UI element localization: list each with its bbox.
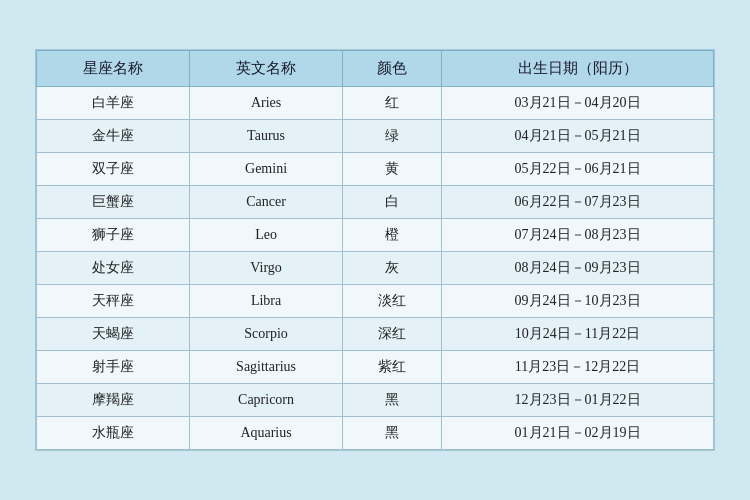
cell-color: 淡红 <box>343 285 442 318</box>
zodiac-table-container: 星座名称 英文名称 颜色 出生日期（阳历） 白羊座Aries红03月21日－04… <box>35 49 715 451</box>
cell-color: 绿 <box>343 120 442 153</box>
table-row: 摩羯座Capricorn黑12月23日－01月22日 <box>37 384 714 417</box>
cell-chinese: 摩羯座 <box>37 384 190 417</box>
cell-english: Sagittarius <box>190 351 343 384</box>
table-row: 水瓶座Aquarius黑01月21日－02月19日 <box>37 417 714 450</box>
cell-date: 06月22日－07月23日 <box>442 186 714 219</box>
table-row: 射手座Sagittarius紫红11月23日－12月22日 <box>37 351 714 384</box>
cell-date: 08月24日－09月23日 <box>442 252 714 285</box>
cell-date: 12月23日－01月22日 <box>442 384 714 417</box>
cell-color: 黄 <box>343 153 442 186</box>
table-row: 巨蟹座Cancer白06月22日－07月23日 <box>37 186 714 219</box>
cell-chinese: 白羊座 <box>37 87 190 120</box>
cell-date: 04月21日－05月21日 <box>442 120 714 153</box>
cell-english: Aquarius <box>190 417 343 450</box>
table-row: 天秤座Libra淡红09月24日－10月23日 <box>37 285 714 318</box>
table-row: 金牛座Taurus绿04月21日－05月21日 <box>37 120 714 153</box>
cell-date: 05月22日－06月21日 <box>442 153 714 186</box>
cell-chinese: 天蝎座 <box>37 318 190 351</box>
cell-chinese: 金牛座 <box>37 120 190 153</box>
cell-date: 03月21日－04月20日 <box>442 87 714 120</box>
cell-english: Gemini <box>190 153 343 186</box>
cell-english: Libra <box>190 285 343 318</box>
cell-color: 白 <box>343 186 442 219</box>
cell-color: 紫红 <box>343 351 442 384</box>
cell-chinese: 处女座 <box>37 252 190 285</box>
cell-date: 09月24日－10月23日 <box>442 285 714 318</box>
cell-date: 01月21日－02月19日 <box>442 417 714 450</box>
cell-chinese: 狮子座 <box>37 219 190 252</box>
table-row: 狮子座Leo橙07月24日－08月23日 <box>37 219 714 252</box>
table-row: 白羊座Aries红03月21日－04月20日 <box>37 87 714 120</box>
table-row: 天蝎座Scorpio深红10月24日－11月22日 <box>37 318 714 351</box>
header-color: 颜色 <box>343 51 442 87</box>
header-english-name: 英文名称 <box>190 51 343 87</box>
cell-chinese: 天秤座 <box>37 285 190 318</box>
header-date: 出生日期（阳历） <box>442 51 714 87</box>
cell-english: Cancer <box>190 186 343 219</box>
cell-english: Virgo <box>190 252 343 285</box>
cell-english: Taurus <box>190 120 343 153</box>
table-row: 双子座Gemini黄05月22日－06月21日 <box>37 153 714 186</box>
cell-date: 11月23日－12月22日 <box>442 351 714 384</box>
cell-color: 橙 <box>343 219 442 252</box>
cell-color: 红 <box>343 87 442 120</box>
cell-color: 黑 <box>343 384 442 417</box>
cell-chinese: 射手座 <box>37 351 190 384</box>
header-chinese-name: 星座名称 <box>37 51 190 87</box>
cell-english: Scorpio <box>190 318 343 351</box>
cell-chinese: 巨蟹座 <box>37 186 190 219</box>
table-row: 处女座Virgo灰08月24日－09月23日 <box>37 252 714 285</box>
cell-english: Leo <box>190 219 343 252</box>
cell-color: 深红 <box>343 318 442 351</box>
cell-english: Aries <box>190 87 343 120</box>
table-header-row: 星座名称 英文名称 颜色 出生日期（阳历） <box>37 51 714 87</box>
cell-english: Capricorn <box>190 384 343 417</box>
cell-chinese: 水瓶座 <box>37 417 190 450</box>
zodiac-table: 星座名称 英文名称 颜色 出生日期（阳历） 白羊座Aries红03月21日－04… <box>36 50 714 450</box>
cell-chinese: 双子座 <box>37 153 190 186</box>
cell-date: 10月24日－11月22日 <box>442 318 714 351</box>
cell-color: 黑 <box>343 417 442 450</box>
cell-color: 灰 <box>343 252 442 285</box>
cell-date: 07月24日－08月23日 <box>442 219 714 252</box>
